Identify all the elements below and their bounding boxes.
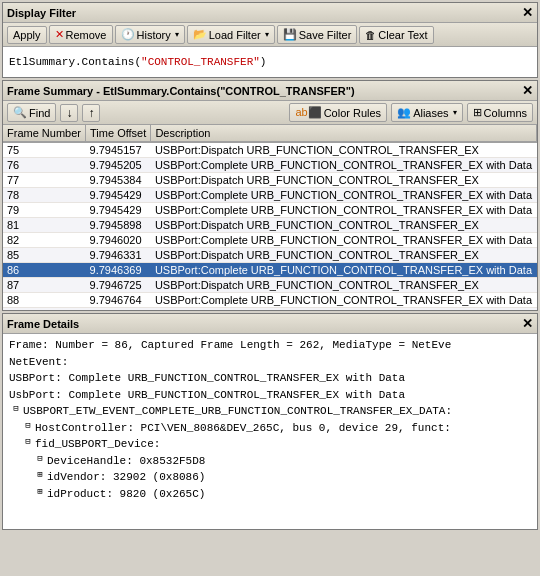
arrow-down-button[interactable]: ↓: [60, 104, 78, 122]
display-filter-toolbar: Apply ✕ Remove 🕐 History ▾ 📂 Load Filter…: [3, 23, 537, 47]
tree-item-text: idProduct: 9820 (0x265C): [47, 486, 205, 503]
col-time-offset: Time Offset: [86, 125, 151, 142]
clear-text-button[interactable]: 🗑 Clear Text: [359, 26, 433, 44]
tree-item-text: fid_USBPORT_Device:: [35, 436, 160, 453]
table-row[interactable]: 759.7945157USBPort:Dispatch URB_FUNCTION…: [3, 142, 537, 158]
frame-details-title: Frame Details: [7, 318, 79, 330]
tree-item-text: DeviceHandle: 0x8532F5D8: [47, 453, 205, 470]
history-dropdown-arrow: ▾: [175, 30, 179, 39]
cell-time-offset: 9.7945157: [86, 142, 151, 158]
table-row[interactable]: 789.7945429USBPort:Complete URB_FUNCTION…: [3, 188, 537, 203]
cell-description: USBPort:Dispatch URB_FUNCTION_CONTROL_TR…: [151, 142, 537, 158]
cell-time-offset: 9.7945205: [86, 158, 151, 173]
display-filter-header: Display Filter ✕: [3, 3, 537, 23]
table-row[interactable]: 859.7946331USBPort:Dispatch URB_FUNCTION…: [3, 248, 537, 263]
frame-table: Frame Number Time Offset Description 759…: [3, 125, 537, 310]
cell-frame-number: 85: [3, 248, 86, 263]
table-row[interactable]: 869.7946369USBPort:Complete URB_FUNCTION…: [3, 263, 537, 278]
cell-frame-number: 88: [3, 293, 86, 308]
cell-description: USBPort:Complete URB_FUNCTION_CONTROL_TR…: [151, 188, 537, 203]
history-icon: 🕐: [121, 28, 135, 41]
aliases-icon: 👥: [397, 106, 411, 119]
cell-description: USBPort:Dispatch URB_FUNCTION_CONTROL_TR…: [151, 218, 537, 233]
tree-expand-icon[interactable]: ⊟: [21, 436, 35, 450]
aliases-button[interactable]: 👥 Aliases ▾: [391, 103, 462, 122]
cell-time-offset: 9.7946331: [86, 248, 151, 263]
close-icon[interactable]: ✕: [522, 5, 533, 20]
load-filter-dropdown-arrow: ▾: [265, 30, 269, 39]
display-filter-title: Display Filter: [7, 7, 76, 19]
frame-summary-header: Frame Summary - EtlSummary.Contains("CON…: [3, 81, 537, 101]
remove-button[interactable]: ✕ Remove: [49, 25, 113, 44]
frame-details-header: Frame Details ✕: [3, 314, 537, 334]
frame-summary-panel: Frame Summary - EtlSummary.Contains("CON…: [2, 80, 538, 311]
frame-summary-title: Frame Summary - EtlSummary.Contains("CON…: [7, 85, 355, 97]
clear-icon: 🗑: [365, 29, 376, 41]
cell-time-offset: 9.7946020: [86, 233, 151, 248]
save-filter-button[interactable]: 💾 Save Filter: [277, 25, 358, 44]
find-button[interactable]: 🔍 Find: [7, 103, 56, 122]
tree-item-text: USBPORT_ETW_EVENT_COMPLETE_URB_FUNCTION_…: [23, 403, 452, 420]
frame-summary-toolbar: 🔍 Find ↓ ↑ ab⬛ Color Rules 👥 Aliases ▾ ⊞…: [3, 101, 537, 125]
detail-line: ⊞idProduct: 9820 (0x265C): [33, 486, 531, 503]
cell-frame-number: 75: [3, 142, 86, 158]
table-row[interactable]: 769.7945205USBPort:Complete URB_FUNCTION…: [3, 158, 537, 173]
tree-item-text: HostController: PCI\VEN_8086&DEV_265C, b…: [35, 420, 451, 437]
col-description: Description: [151, 125, 537, 142]
filter-text-red: "CONTROL_TRANSFER": [141, 56, 260, 68]
table-row[interactable]: 889.7946764USBPort:Complete URB_FUNCTION…: [3, 293, 537, 308]
cell-description: USBPort:Complete URB_FUNCTION_CONTROL_TR…: [151, 203, 537, 218]
cell-time-offset: 9.7945384: [86, 173, 151, 188]
close-icon-summary[interactable]: ✕: [522, 83, 533, 98]
cell-description: USBPort:Complete URB_FUNCTION_CONTROL_TR…: [151, 263, 537, 278]
columns-icon: ⊞: [473, 106, 482, 119]
frame-table-container[interactable]: Frame Number Time Offset Description 759…: [3, 125, 537, 310]
tree-expand-icon[interactable]: ⊟: [9, 403, 23, 417]
display-filter-panel: Display Filter ✕ Apply ✕ Remove 🕐 Histor…: [2, 2, 538, 78]
table-row[interactable]: 829.7946020USBPort:Complete URB_FUNCTION…: [3, 233, 537, 248]
detail-line: Frame: Number = 86, Captured Frame Lengt…: [9, 337, 531, 354]
columns-button[interactable]: ⊞ Columns: [467, 103, 533, 122]
frame-details-content[interactable]: Frame: Number = 86, Captured Frame Lengt…: [3, 334, 537, 529]
cell-frame-number: 86: [3, 263, 86, 278]
cell-frame-number: 89: [3, 308, 86, 311]
cell-frame-number: 76: [3, 158, 86, 173]
apply-button[interactable]: Apply: [7, 26, 47, 44]
cell-frame-number: 87: [3, 278, 86, 293]
cell-frame-number: 79: [3, 203, 86, 218]
table-row[interactable]: 879.7946725USBPort:Dispatch URB_FUNCTION…: [3, 278, 537, 293]
frame-table-body: 759.7945157USBPort:Dispatch URB_FUNCTION…: [3, 142, 537, 310]
tree-expand-icon[interactable]: ⊟: [21, 420, 35, 434]
detail-line: ⊞idVendor: 32902 (0x8086): [33, 469, 531, 486]
table-row[interactable]: 799.7945429USBPort:Complete URB_FUNCTION…: [3, 203, 537, 218]
table-row[interactable]: 819.7945898USBPort:Dispatch URB_FUNCTION…: [3, 218, 537, 233]
cell-time-offset: 9.7946764: [86, 293, 151, 308]
cell-description: USBPort:Complete URB_FUNCTION_CONTROL_TR…: [151, 293, 537, 308]
detail-line: UsbPort: Complete URB_FUNCTION_CONTROL_T…: [9, 387, 531, 404]
aliases-dropdown-arrow: ▾: [453, 108, 457, 117]
load-filter-button[interactable]: 📂 Load Filter ▾: [187, 25, 275, 44]
frame-details-panel: Frame Details ✕ Frame: Number = 86, Capt…: [2, 313, 538, 530]
tree-expand-icon[interactable]: ⊞: [33, 486, 47, 500]
table-row[interactable]: 779.7945384USBPort:Dispatch URB_FUNCTION…: [3, 173, 537, 188]
history-button[interactable]: 🕐 History ▾: [115, 25, 185, 44]
save-icon: 💾: [283, 28, 297, 41]
cell-time-offset: 9.7945429: [86, 203, 151, 218]
color-rules-icon: ab⬛: [295, 106, 321, 119]
arrow-up-button[interactable]: ↑: [82, 104, 100, 122]
cell-time-offset: 9.7946725: [86, 278, 151, 293]
close-icon-details[interactable]: ✕: [522, 316, 533, 331]
filter-input-area[interactable]: EtlSummary.Contains("CONTROL_TRANSFER"): [3, 47, 537, 77]
color-rules-button[interactable]: ab⬛ Color Rules: [289, 103, 387, 122]
tree-expand-icon[interactable]: ⊟: [33, 453, 47, 467]
cell-description: USBPort:Complete URB_FUNCTION_CONTROL_TR…: [151, 233, 537, 248]
detail-line: ⊟HostController: PCI\VEN_8086&DEV_265C, …: [21, 420, 531, 437]
tree-expand-icon[interactable]: ⊞: [33, 469, 47, 483]
table-header-row: Frame Number Time Offset Description: [3, 125, 537, 142]
find-icon: 🔍: [13, 106, 27, 119]
table-row[interactable]: 899.7947004USBPort:Dispatch URB_FUNCTION…: [3, 308, 537, 311]
col-frame-number: Frame Number: [3, 125, 86, 142]
cell-description: USBPort:Dispatch URB_FUNCTION_CONTROL_TR…: [151, 278, 537, 293]
tree-item-text: idVendor: 32902 (0x8086): [47, 469, 205, 486]
cell-frame-number: 82: [3, 233, 86, 248]
